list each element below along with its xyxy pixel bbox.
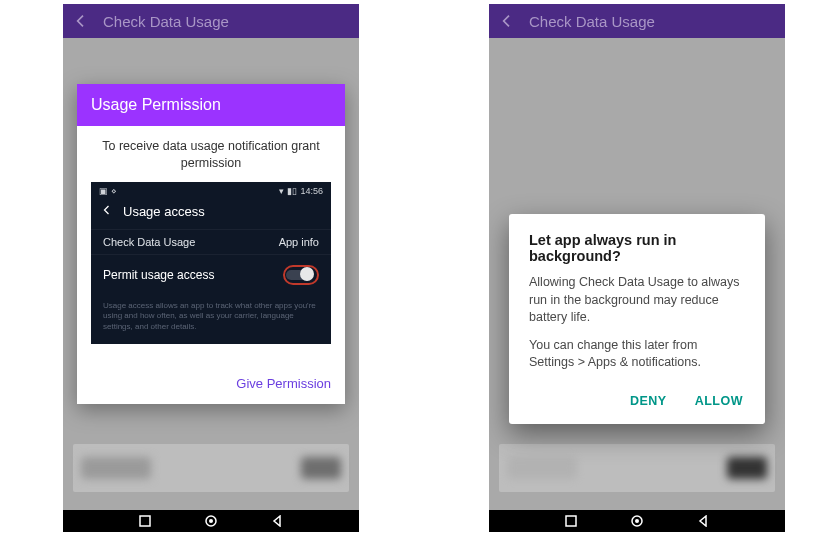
svg-rect-0 <box>140 516 150 526</box>
dialog-body-2: You can change this later from Settings … <box>529 337 745 372</box>
screenshot-right: Check Data Usage Let app always run in b… <box>489 4 785 532</box>
dialog-title: Let app always run in background? <box>529 232 745 264</box>
preview-toggle-highlight <box>283 265 319 285</box>
appbar-title: Check Data Usage <box>103 13 229 30</box>
appbar: Check Data Usage <box>489 4 785 38</box>
nfc-icon: ▣ <box>99 186 108 196</box>
preview-back-arrow-icon <box>101 204 113 219</box>
screenshot-left: Check Data Usage Usage Permission To rec… <box>63 4 359 532</box>
dialog-header: Usage Permission <box>77 84 345 126</box>
deny-button[interactable]: DENY <box>628 388 669 414</box>
background-list-row <box>73 444 349 492</box>
android-navbar <box>489 510 785 532</box>
appbar-title: Check Data Usage <box>529 13 655 30</box>
preview-statusbar: ▣ ⋄ ▾ ▮▯ 14:56 <box>91 182 331 198</box>
android-navbar <box>63 510 359 532</box>
status-time: 14:56 <box>300 186 323 196</box>
svg-rect-3 <box>566 516 576 526</box>
wifi-icon: ▾ <box>279 186 284 196</box>
nav-home-icon[interactable] <box>204 514 218 528</box>
preview-screen-title: Usage access <box>123 204 205 219</box>
appbar: Check Data Usage <box>63 4 359 38</box>
svg-point-5 <box>635 519 639 523</box>
preview-toggle-row: Permit usage access <box>91 254 331 295</box>
nav-recent-icon[interactable] <box>139 515 151 527</box>
content-scrim: Let app always run in background? Allowi… <box>489 38 785 510</box>
preview-appbar: Usage access <box>91 198 331 229</box>
background-list-row <box>499 444 775 492</box>
settings-preview: ▣ ⋄ ▾ ▮▯ 14:56 Usage access <box>91 182 331 344</box>
svg-point-2 <box>209 519 213 523</box>
give-permission-button[interactable]: Give Permission <box>236 376 331 391</box>
allow-button[interactable]: ALLOW <box>693 388 745 414</box>
background-permission-dialog: Let app always run in background? Allowi… <box>509 214 765 424</box>
nav-recent-icon[interactable] <box>565 515 577 527</box>
nav-back-icon[interactable] <box>271 515 283 527</box>
dialog-actions: DENY ALLOW <box>529 382 745 414</box>
preview-app-row: Check Data Usage App info <box>91 229 331 254</box>
preview-app-info-label: App info <box>279 236 319 248</box>
nav-back-icon[interactable] <box>697 515 709 527</box>
dialog-body-1: Allowing Check Data Usage to always run … <box>529 274 745 327</box>
usage-permission-dialog: Usage Permission To receive data usage n… <box>77 84 345 404</box>
preview-app-name: Check Data Usage <box>103 236 195 248</box>
battery-icon: ▮▯ <box>287 186 297 196</box>
preview-toggle[interactable] <box>286 270 312 280</box>
bluetooth-icon: ⋄ <box>111 186 117 196</box>
back-arrow-icon[interactable] <box>73 13 89 29</box>
preview-help-text: Usage access allows an app to track what… <box>91 295 331 334</box>
back-arrow-icon[interactable] <box>499 13 515 29</box>
nav-home-icon[interactable] <box>630 514 644 528</box>
preview-toggle-label: Permit usage access <box>103 268 214 282</box>
dialog-message: To receive data usage notification grant… <box>77 126 345 182</box>
content-scrim: Usage Permission To receive data usage n… <box>63 38 359 510</box>
